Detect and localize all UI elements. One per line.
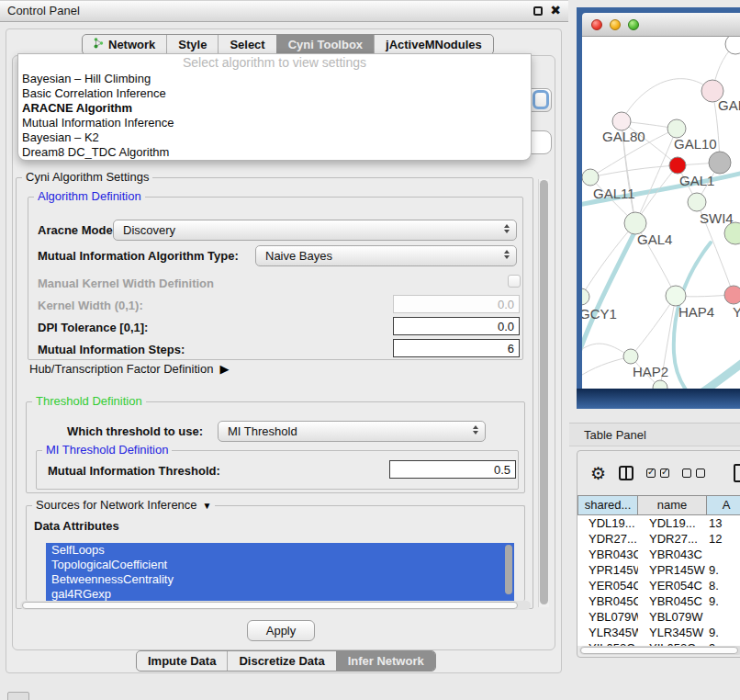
scrollbar-thumb[interactable] [540,180,548,604]
dropdown-item[interactable]: Basic Correlation Inference [18,86,531,101]
dropdown-item[interactable]: Mutual Information Inference [18,116,531,130]
table-row[interactable]: YBR045CYBR045C9. [577,593,740,609]
dropdown-item[interactable]: ARACNE Algorithm [18,101,531,116]
network-node-swi4[interactable] [688,193,706,211]
column-split-icon[interactable] [619,466,633,480]
node-label: GAL10 [674,136,717,152]
manual-kernel-checkbox[interactable] [508,275,521,288]
zoom-traffic-light-icon[interactable] [628,19,639,30]
tab-style[interactable]: Style [166,35,218,54]
which-threshold-select[interactable]: MI Threshold [218,421,486,442]
network-node[interactable] [709,152,731,174]
tab-label: jActiveMNodules [386,38,482,51]
attribute-item[interactable]: SelfLoops [46,543,514,558]
minimize-traffic-light-icon[interactable] [610,19,621,30]
network-node[interactable] [725,37,740,54]
network-thick-edges [582,172,740,389]
float-window-icon[interactable] [533,6,543,16]
kernel-width-field[interactable]: 0.0 [393,295,520,313]
node-label: GCY1 [582,306,617,322]
tab-infer-network[interactable]: Infer Network [336,651,435,671]
mi-steps-field[interactable]: 6 [393,339,520,357]
control-panel-titlebar: Control Panel ✖ [0,0,568,22]
select-all-icon[interactable] [646,469,669,478]
chevron-right-icon: ▶ [219,362,229,376]
aracne-mode-select[interactable]: Discovery [113,220,517,241]
settings-group-title: Cyni Algorithm Settings [22,170,152,184]
table-cell: 12 [707,531,740,547]
gear-icon[interactable]: ⚙ [590,465,606,482]
node-label: HAP2 [633,364,668,379]
table-horizontal-scrollbar[interactable] [579,646,740,655]
table-cell: 9. [707,593,740,609]
network-node[interactable] [653,380,667,389]
table-row[interactable]: YBL079WYBL079W [577,609,740,625]
settings-vertical-scrollbar[interactable] [538,179,549,607]
network-canvas[interactable]: GALGAL80GAL10GAL1GAL11SWI4GAL4GCY1HAP4YH… [582,37,740,389]
network-node-hap2[interactable] [623,349,638,364]
table-cell: YBL079W [577,609,638,625]
spinner-icon [504,250,510,259]
tab-label: Network [108,38,155,51]
table-cell: YLR345W [638,625,707,640]
dpi-tolerance-field[interactable]: 0.0 [393,317,520,335]
tab-network[interactable]: Network [83,35,166,54]
tab-impute-data[interactable]: Impute Data [137,651,227,671]
attribute-item[interactable]: TopologicalCoefficient [46,558,514,572]
table-row[interactable]: YBR043CYBR043C [577,547,740,562]
network-node-gal10[interactable] [667,119,686,138]
attribute-item[interactable]: BetweennessCentrality [46,572,514,587]
column-header[interactable]: name [638,495,707,515]
table-row[interactable]: YDL19...YDL19...13 [577,515,740,531]
network-node-gal1[interactable] [669,157,686,174]
partial-corner-button[interactable] [7,692,29,700]
close-icon[interactable]: ✖ [550,3,561,17]
attribute-item[interactable]: gal4RGexp [46,587,514,602]
control-panel-tabbar: NetworkStyleSelectCyni ToolboxjActiveMNo… [82,34,494,55]
table-row[interactable]: YLR345WYLR345W9. [577,625,740,640]
hub-definition-expander[interactable]: Hub/Transcription Factor Definition ▶ [29,362,229,376]
list-vertical-scrollbar[interactable] [505,545,512,598]
data-attributes-list[interactable]: SelfLoopsTopologicalCoefficientBetweenne… [46,543,514,602]
column-header[interactable]: A [707,495,740,515]
network-node-hap4[interactable] [666,286,686,306]
tab-select[interactable]: Select [218,35,275,54]
kernel-width-label: Kernel Width (0,1): [38,299,143,312]
close-traffic-light-icon[interactable] [591,19,602,30]
sources-title-text: Sources for Network Inference [36,498,197,512]
tab-cyni-toolbox[interactable]: Cyni Toolbox [276,35,374,54]
apply-button[interactable]: Apply [247,620,315,641]
mi-threshold-label: Mutual Information Threshold: [48,464,220,478]
network-node-gcy1[interactable] [582,288,589,305]
tab-discretize-data[interactable]: Discretize Data [227,651,335,671]
algorithm-dropdown[interactable]: Select algorithm to view settings Bayesi… [17,53,532,161]
dropdown-item[interactable]: Bayesian – K2 [18,130,531,145]
scrollbar-thumb[interactable] [505,545,512,594]
tab-jactivemnodules[interactable]: jActiveMNodules [374,35,493,54]
dropdown-item[interactable]: Dream8 DC_TDC Algorithm [18,145,531,160]
table-row[interactable]: YER054CYER054C8. [577,578,740,593]
scrollbar-thumb[interactable] [22,602,518,609]
dropdown-item[interactable]: Bayesian – Hill Climbing [18,72,531,86]
network-node-gal80[interactable] [612,112,631,130]
table-row[interactable]: YPR145WYPR145W9. [577,562,740,578]
node-label: GAL11 [593,186,635,201]
column-header[interactable]: shared... [577,495,638,515]
sources-group-title[interactable]: Sources for Network Inference▼ [32,498,215,512]
network-window-titlebar[interactable] [582,13,740,37]
mi-type-select[interactable]: Naive Bayes [255,245,517,266]
node-label: Y [733,304,740,320]
table-row[interactable]: YDR27...YDR27...12 [577,531,740,547]
network-node-gal11[interactable] [582,169,599,186]
chevron-down-icon: ▼ [203,501,212,511]
tab-label: Infer Network [348,654,424,668]
tab-label: Discretize Data [239,654,324,668]
mi-threshold-field[interactable]: 0.5 [389,460,516,479]
deselect-all-icon[interactable] [682,469,705,478]
network-node-y[interactable] [724,286,740,304]
document-icon[interactable] [734,464,740,482]
table-panel-title: Table Panel [584,423,646,446]
dropdown-placeholder: Select algorithm to view settings [18,54,531,72]
scrollbar-thumb[interactable] [580,647,738,654]
settings-horizontal-scrollbar[interactable] [20,601,531,610]
